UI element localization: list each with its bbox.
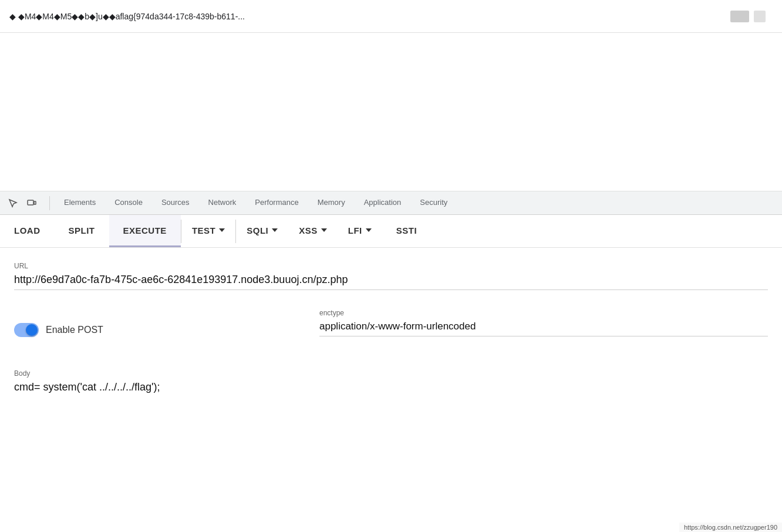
- ssti-button[interactable]: SSTI: [382, 215, 431, 247]
- sqli-button[interactable]: SQLI: [236, 215, 288, 247]
- execute-button[interactable]: EXECUTE: [109, 215, 181, 247]
- tab-performance[interactable]: Performance: [245, 191, 308, 214]
- svg-rect-1: [34, 201, 36, 204]
- test-button[interactable]: TEST: [181, 215, 235, 247]
- browser-title-bar: ◆ ◆M4◆M4◆M5◆◆b◆]u◆◆aflag{974da344-17c8-4…: [0, 0, 782, 33]
- svg-rect-0: [28, 200, 33, 205]
- load-button[interactable]: LOAD: [0, 215, 55, 247]
- toggle-container: Enable POST: [14, 323, 296, 337]
- enable-post-label: Enable POST: [46, 325, 103, 335]
- toggle-thumb: [26, 324, 38, 336]
- tab-network[interactable]: Network: [199, 191, 246, 214]
- url-divider: [14, 289, 768, 290]
- url-value[interactable]: http://6e9d7a0c-fa7b-475c-ae6c-62841e193…: [14, 274, 768, 286]
- post-enctype-row: Enable POST enctype application/x-www-fo…: [14, 304, 768, 355]
- xss-arrow-icon: [321, 228, 327, 232]
- tab-security[interactable]: Security: [410, 191, 457, 214]
- toolbar-divider: [49, 196, 50, 210]
- browser-controls: [730, 11, 766, 22]
- devtools-icon-group: [5, 195, 40, 211]
- menu-icon: [754, 11, 766, 22]
- enctype-label: enctype: [319, 309, 768, 317]
- lfi-button[interactable]: LFI: [338, 215, 382, 247]
- status-url: https://blog.csdn.net/zzugper190: [684, 524, 777, 531]
- extension-toolbar: LOAD SPLIT EXECUTE TEST SQLI XSS LFI SST…: [0, 215, 782, 248]
- status-bar: https://blog.csdn.net/zzugper190: [679, 523, 782, 532]
- tab-console[interactable]: Console: [105, 191, 152, 214]
- body-value[interactable]: cmd= system('cat ../../../../flag');: [14, 381, 768, 393]
- tab-memory[interactable]: Memory: [308, 191, 355, 214]
- main-content: URL http://6e9d7a0c-fa7b-475c-ae6c-62841…: [0, 248, 782, 411]
- body-section: Body cmd= system('cat ../../../../flag')…: [14, 369, 768, 393]
- tab-elements[interactable]: Elements: [55, 191, 105, 214]
- enctype-container: enctype application/x-www-form-urlencode…: [296, 309, 768, 351]
- split-button[interactable]: SPLIT: [55, 215, 109, 247]
- device-toggle-button[interactable]: [23, 195, 40, 211]
- enable-post-toggle[interactable]: [14, 323, 39, 337]
- page-content-area: [0, 33, 782, 191]
- lfi-arrow-icon: [366, 228, 372, 232]
- enctype-divider: [319, 336, 768, 336]
- devtools-toolbar: Elements Console Sources Network Perform…: [0, 191, 782, 215]
- enctype-value[interactable]: application/x-www-form-urlencoded: [319, 321, 768, 332]
- body-label: Body: [14, 369, 768, 378]
- test-arrow-icon: [219, 228, 225, 232]
- page-title: ◆ ◆M4◆M4◆M5◆◆b◆]u◆◆aflag{974da344-17c8-4…: [9, 12, 730, 21]
- url-label: URL: [14, 262, 768, 270]
- select-element-button[interactable]: [5, 195, 21, 211]
- extension-icon: [730, 11, 749, 22]
- sqli-arrow-icon: [272, 228, 278, 232]
- tab-application[interactable]: Application: [355, 191, 411, 214]
- xss-button[interactable]: XSS: [288, 215, 338, 247]
- devtools-tabs: Elements Console Sources Network Perform…: [55, 191, 457, 214]
- tab-sources[interactable]: Sources: [152, 191, 199, 214]
